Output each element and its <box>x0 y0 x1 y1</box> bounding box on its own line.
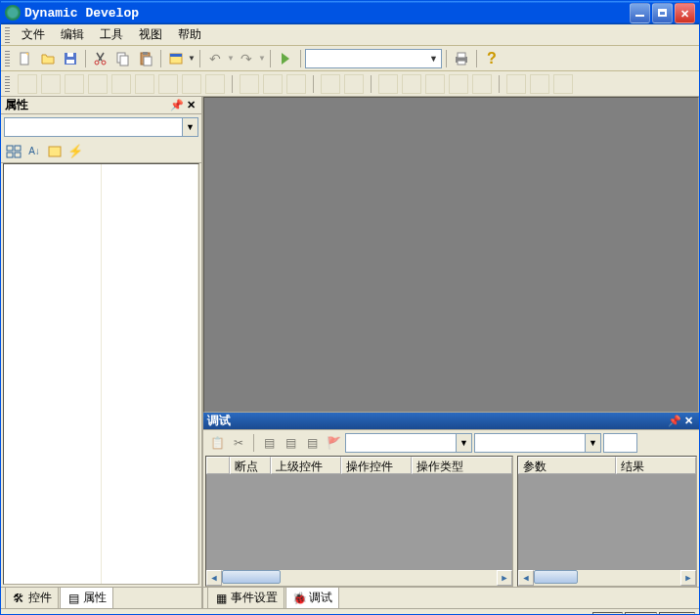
dropdown-arrow-icon[interactable]: ▼ <box>227 54 235 63</box>
debug-table-right: 参数 结果 ◄ ► <box>517 456 697 587</box>
same-width-button[interactable] <box>158 74 178 94</box>
debug-icon: 🐞 <box>292 592 306 605</box>
minimize-button[interactable] <box>630 3 650 23</box>
col-blank[interactable] <box>206 457 230 474</box>
dropdown-arrow-icon: ▼ <box>585 434 600 452</box>
align-top-button[interactable] <box>88 74 108 94</box>
separator <box>313 75 314 93</box>
separator <box>270 50 271 67</box>
property-object-combo[interactable]: ▼ <box>4 117 198 137</box>
new-button[interactable] <box>15 48 36 69</box>
debug-step2-button[interactable]: ▤ <box>281 433 300 453</box>
maximize-button[interactable] <box>652 3 673 23</box>
col-parent-control[interactable]: 上级控件 <box>271 457 341 474</box>
debug-delete-button[interactable]: ✂ <box>229 433 248 453</box>
run-button[interactable] <box>275 48 296 69</box>
vspace-equal-button[interactable] <box>321 74 340 94</box>
debug-breakpoint-button[interactable]: 🚩 <box>324 433 343 453</box>
toolbar-combo[interactable]: ▼ <box>305 49 442 68</box>
events-icon[interactable]: ⚡ <box>66 143 84 160</box>
copy-button[interactable] <box>112 48 134 69</box>
dropdown-arrow-icon[interactable]: ▼ <box>188 54 196 63</box>
form-button[interactable] <box>165 48 187 69</box>
snap-button[interactable] <box>530 74 549 94</box>
vspace-increase-button[interactable] <box>344 74 364 94</box>
menu-file[interactable]: 文件 <box>14 24 53 45</box>
col-breakpoint[interactable]: 断点 <box>230 457 271 474</box>
same-height-button[interactable] <box>182 74 201 94</box>
debug-panel-title: 调试 <box>207 413 668 429</box>
redo-button[interactable]: ↷ <box>236 48 257 69</box>
bring-front-button[interactable] <box>425 74 445 94</box>
scroll-right-icon[interactable]: ► <box>680 570 696 586</box>
save-button[interactable] <box>60 48 81 69</box>
debug-combo-2[interactable]: ▼ <box>474 433 601 453</box>
align-middle-button[interactable] <box>111 74 131 94</box>
grid-button[interactable] <box>506 74 526 94</box>
debug-combo-3[interactable] <box>603 433 637 453</box>
menu-view[interactable]: 视图 <box>131 24 170 45</box>
status-text: Ready <box>5 612 591 616</box>
paste-button[interactable] <box>135 48 156 69</box>
debug-combo-1[interactable]: ▼ <box>345 433 472 453</box>
col-op-control[interactable]: 操作控件 <box>341 457 412 474</box>
separator <box>199 50 200 67</box>
align-center-button[interactable] <box>41 74 61 94</box>
undo-button[interactable]: ↶ <box>204 48 226 69</box>
alphabetical-icon[interactable]: A↓ <box>25 143 43 160</box>
property-pages-icon[interactable] <box>46 143 64 160</box>
col-op-type[interactable]: 操作类型 <box>412 457 512 474</box>
close-button[interactable] <box>675 3 695 23</box>
lock-button[interactable] <box>553 74 573 94</box>
close-panel-icon[interactable]: ✕ <box>184 99 197 112</box>
scroll-right-icon[interactable]: ► <box>497 570 512 586</box>
tools-icon: 🛠 <box>12 592 25 605</box>
same-size-button[interactable] <box>205 74 225 94</box>
hspace-decrease-button[interactable] <box>286 74 306 94</box>
tab-event-settings[interactable]: ▦ 事件设置 <box>207 587 284 608</box>
hspace-increase-button[interactable] <box>263 74 283 94</box>
separator <box>160 50 161 67</box>
scrollbar[interactable]: ◄ ► <box>518 570 696 586</box>
separator <box>476 50 477 67</box>
debug-add-button[interactable]: 📋 <box>207 433 227 453</box>
tab-controls[interactable]: 🛠 控件 <box>5 587 59 608</box>
align-right-button[interactable] <box>65 74 84 94</box>
scroll-left-icon[interactable]: ◄ <box>518 570 534 586</box>
scrollbar[interactable]: ◄ ► <box>206 570 512 586</box>
scroll-thumb[interactable] <box>534 570 578 584</box>
menu-help[interactable]: 帮助 <box>170 24 209 45</box>
scroll-thumb[interactable] <box>222 570 281 584</box>
close-panel-icon[interactable]: ✕ <box>681 415 695 428</box>
categorized-icon[interactable] <box>5 143 22 160</box>
tab-order-button[interactable] <box>472 74 492 94</box>
tab-debug[interactable]: 🐞 调试 <box>285 587 339 608</box>
send-back-button[interactable] <box>449 74 468 94</box>
property-grid[interactable] <box>3 163 199 585</box>
debug-table-body[interactable] <box>518 474 696 570</box>
col-params[interactable]: 参数 <box>518 457 616 474</box>
svg-point-4 <box>95 61 99 65</box>
debug-step-button[interactable]: ▤ <box>259 433 279 453</box>
menu-edit[interactable]: 编辑 <box>53 24 92 45</box>
menu-tools[interactable]: 工具 <box>92 24 131 45</box>
dropdown-arrow-icon[interactable]: ▼ <box>258 54 266 63</box>
debug-table-body[interactable] <box>206 474 512 570</box>
dropdown-arrow-icon: ▼ <box>426 54 441 64</box>
center-h-button[interactable] <box>378 74 398 94</box>
align-left-button[interactable] <box>18 74 37 94</box>
cut-button[interactable] <box>90 48 111 69</box>
scroll-left-icon[interactable]: ◄ <box>206 570 222 586</box>
hspace-equal-button[interactable] <box>240 74 259 94</box>
print-button[interactable] <box>451 48 472 69</box>
center-v-button[interactable] <box>402 74 421 94</box>
align-bottom-button[interactable] <box>135 74 154 94</box>
tab-properties[interactable]: ▤ 属性 <box>60 587 113 608</box>
debug-step3-button[interactable]: ▤ <box>302 433 322 453</box>
design-canvas[interactable] <box>203 97 699 413</box>
open-button[interactable] <box>37 48 59 69</box>
help-button[interactable]: ? <box>481 48 503 69</box>
pin-icon[interactable]: 📌 <box>170 99 184 112</box>
pin-icon[interactable]: 📌 <box>668 415 681 428</box>
col-result[interactable]: 结果 <box>616 457 696 474</box>
